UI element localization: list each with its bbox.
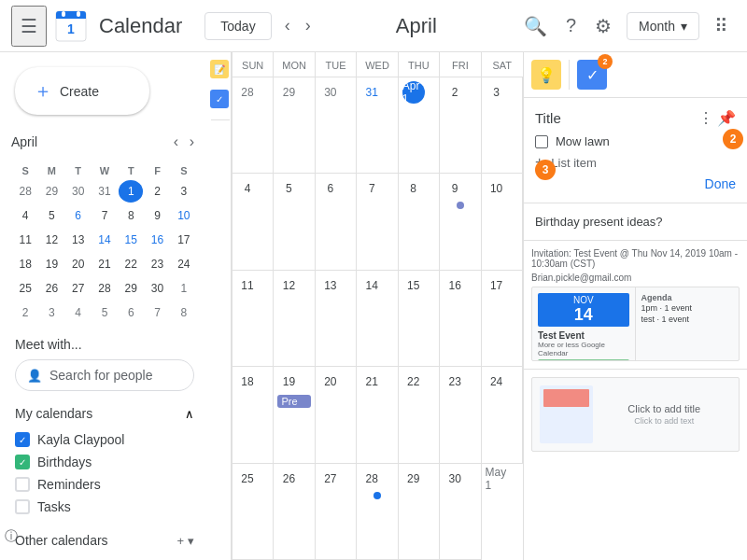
table-row[interactable]: 21 — [357, 367, 398, 463]
mini-cal-day[interactable]: 2 — [13, 301, 37, 324]
table-row[interactable]: 17 — [482, 271, 523, 367]
day-number[interactable]: May 1 — [486, 468, 508, 490]
mini-cal-day[interactable]: 1 — [172, 277, 196, 300]
day-number[interactable]: 26 — [277, 468, 300, 490]
mini-cal-day[interactable]: 30 — [145, 277, 169, 300]
table-row[interactable]: 18 — [233, 367, 274, 463]
mini-cal-day[interactable]: 4 — [66, 301, 91, 324]
search-people-input[interactable]: 👤 Search for people — [15, 359, 194, 391]
table-row[interactable]: 19 Pre — [274, 367, 315, 463]
mini-cal-day[interactable]: 5 — [39, 204, 63, 227]
day-number[interactable]: 8 — [402, 177, 425, 200]
mini-cal-day[interactable]: 3 — [172, 180, 196, 203]
next-button[interactable]: › — [300, 10, 317, 41]
view-selector[interactable]: Month ▾ — [627, 12, 699, 40]
table-row[interactable]: 28 — [233, 77, 274, 174]
table-row[interactable]: 12 — [274, 271, 315, 367]
mini-cal-day[interactable]: 19 — [39, 253, 63, 275]
table-row[interactable]: 27 — [316, 464, 357, 560]
day-number[interactable]: 25 — [236, 468, 259, 490]
mini-cal-day[interactable]: 25 — [13, 277, 37, 300]
mini-cal-day[interactable]: 21 — [92, 253, 117, 275]
mini-cal-day[interactable]: 2 — [145, 180, 169, 203]
day-number[interactable]: 29 — [277, 81, 300, 104]
mini-cal-day[interactable]: 29 — [39, 180, 63, 203]
day-number[interactable]: 24 — [486, 371, 508, 393]
table-row[interactable]: 2 — [440, 77, 481, 174]
mini-cal-day[interactable]: 20 — [66, 253, 91, 275]
mini-cal-day[interactable]: 17 — [172, 229, 196, 251]
pin-icon[interactable]: 📌 — [717, 109, 736, 127]
mini-cal-day[interactable]: 11 — [13, 229, 37, 251]
mini-cal-day[interactable]: 10 — [172, 204, 196, 227]
table-row[interactable]: 29 — [274, 77, 315, 174]
mini-cal-day[interactable]: 14 — [92, 229, 117, 251]
table-row[interactable]: Apr 1 — [399, 77, 440, 174]
reminders-checkbox[interactable] — [15, 477, 30, 492]
table-row[interactable]: 8 — [399, 174, 440, 270]
table-row[interactable]: 24 — [482, 367, 523, 463]
day-number[interactable]: 27 — [319, 468, 342, 490]
add-list-item[interactable]: + List item — [535, 154, 736, 171]
day-number[interactable]: 5 — [277, 177, 300, 200]
mini-cal-day[interactable]: 18 — [13, 253, 37, 275]
table-row[interactable]: 7 — [357, 174, 398, 270]
day-number[interactable]: 28 — [360, 468, 383, 490]
table-row[interactable]: 9 — [440, 174, 481, 270]
today-button[interactable]: Today — [204, 12, 271, 40]
table-row[interactable]: 15 — [399, 271, 440, 367]
mini-cal-day[interactable]: 27 — [66, 277, 91, 300]
table-row[interactable]: 23 — [440, 367, 481, 463]
help-button[interactable]: ? — [558, 7, 584, 44]
mini-cal-day[interactable]: 24 — [172, 253, 196, 275]
table-row[interactable]: 4 — [233, 174, 274, 270]
day-number[interactable]: 22 — [402, 371, 425, 393]
day-number[interactable]: 2 — [444, 81, 466, 104]
table-row[interactable]: 26 — [274, 464, 315, 560]
day-number[interactable]: Apr 1 — [402, 81, 425, 104]
day-number[interactable]: 11 — [236, 274, 259, 297]
mini-cal-day[interactable]: 5 — [92, 301, 117, 324]
menu-button[interactable]: ☰ — [11, 6, 47, 47]
mini-cal-day[interactable]: 13 — [66, 229, 91, 251]
mini-cal-day[interactable]: 8 — [119, 204, 143, 227]
day-number[interactable]: 10 — [486, 177, 508, 200]
table-row[interactable]: 29 — [399, 464, 440, 560]
mini-cal-day[interactable]: 6 — [66, 204, 91, 227]
slides-thumbnail[interactable]: Click to add title Click to add text — [531, 377, 740, 452]
mini-cal-day[interactable]: 8 — [172, 301, 196, 324]
table-row[interactable]: 20 — [316, 367, 357, 463]
create-button[interactable]: ＋ Create — [15, 67, 149, 115]
day-number[interactable]: 30 — [444, 468, 466, 490]
day-number[interactable]: 28 — [236, 81, 259, 104]
table-row[interactable]: 5 — [274, 174, 315, 270]
day-number[interactable]: 20 — [319, 371, 342, 393]
table-row[interactable]: 13 — [316, 271, 357, 367]
day-number[interactable]: 9 — [444, 177, 466, 200]
keep-icon[interactable]: 💡 — [531, 60, 561, 90]
day-number[interactable]: 15 — [402, 274, 425, 297]
mini-cal-prev[interactable]: ‹ — [170, 130, 182, 154]
mini-cal-day[interactable]: 28 — [92, 277, 117, 300]
chevron-down-icon[interactable]: ▾ — [188, 534, 194, 548]
mini-cal-next[interactable]: › — [186, 130, 198, 154]
mini-cal-day[interactable]: 22 — [119, 253, 143, 275]
table-row[interactable]: 16 — [440, 271, 481, 367]
mini-cal-day[interactable]: 26 — [39, 277, 63, 300]
mini-cal-day[interactable]: 1 — [119, 180, 143, 203]
mini-cal-day[interactable]: 9 — [145, 204, 169, 227]
mini-cal-day[interactable]: 7 — [145, 301, 169, 324]
mini-cal-day[interactable]: 15 — [119, 229, 143, 251]
day-number[interactable]: 16 — [444, 274, 466, 297]
settings-button[interactable]: ⚙ — [587, 7, 619, 45]
day-number[interactable]: 3 — [486, 81, 508, 104]
kayla-checkbox[interactable]: ✓ — [15, 432, 30, 447]
day-number[interactable]: 7 — [360, 177, 383, 200]
calendar-item-tasks[interactable]: Tasks — [15, 496, 194, 518]
mow-lawn-checkbox[interactable] — [535, 135, 548, 148]
mini-cal-day[interactable]: 29 — [119, 277, 143, 300]
add-calendar-icon[interactable]: + — [176, 534, 184, 548]
mini-cal-day[interactable]: 4 — [13, 204, 37, 227]
done-button[interactable]: Done — [705, 176, 736, 191]
day-number[interactable]: 19 — [277, 371, 300, 393]
